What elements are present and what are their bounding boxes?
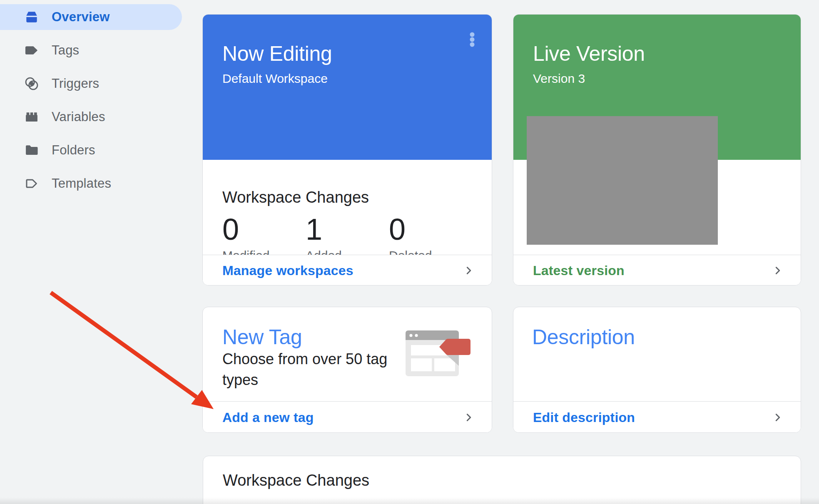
description-title: Description	[532, 324, 635, 350]
now-editing-title: Now Editing	[222, 41, 472, 66]
sidebar: Overview Tags Triggers	[0, 0, 200, 504]
manage-workspaces-row[interactable]: Manage workspaces	[203, 255, 492, 286]
tag-icon	[24, 42, 40, 58]
latest-version-link[interactable]: Latest version	[533, 263, 625, 278]
sidebar-item-folders[interactable]: Folders	[0, 137, 192, 163]
template-icon	[24, 176, 40, 191]
chevron-right-icon	[463, 411, 475, 424]
tag-browser-illustration	[403, 328, 478, 382]
workspace-changes-card-title: Workspace Changes	[223, 471, 369, 489]
live-version-subtitle: Version 3	[533, 70, 781, 88]
manage-workspaces-link[interactable]: Manage workspaces	[222, 263, 353, 278]
workspace-changes-section: Workspace Changes 0 Modified 1 Added 0 D…	[222, 174, 472, 263]
live-version-title: Live Version	[533, 41, 781, 66]
latest-version-row[interactable]: Latest version	[513, 255, 801, 286]
sidebar-item-templates[interactable]: Templates	[0, 171, 192, 196]
now-editing-header: Now Editing Default Workspace	[203, 15, 492, 160]
sidebar-item-triggers[interactable]: Triggers	[0, 71, 192, 97]
overview-icon	[24, 9, 40, 25]
edit-description-row[interactable]: Edit description	[513, 401, 801, 433]
now-editing-subtitle: Default Workspace	[222, 70, 472, 88]
sidebar-item-label: Folders	[52, 143, 95, 158]
sidebar-item-tags[interactable]: Tags	[0, 37, 192, 63]
chevron-right-icon	[772, 411, 784, 424]
live-version-card: Live Version Version 3 Latest version	[513, 14, 801, 286]
triggers-icon	[24, 76, 40, 92]
description-card: Description Edit description	[513, 307, 801, 433]
folder-icon	[24, 142, 40, 158]
edit-description-link[interactable]: Edit description	[533, 410, 635, 425]
workspace-changes-heading: Workspace Changes	[222, 188, 472, 206]
sidebar-item-variables[interactable]: Variables	[0, 104, 192, 130]
sidebar-item-label: Overview	[52, 10, 110, 25]
stat-added-value: 1	[306, 213, 389, 246]
now-editing-card: Now Editing Default Workspace Workspace …	[202, 14, 492, 286]
stat-deleted-value: 0	[389, 213, 472, 246]
add-new-tag-row[interactable]: Add a new tag	[203, 401, 492, 433]
new-tag-description: Choose from over 50 tag types	[222, 349, 401, 390]
variables-icon	[24, 109, 40, 125]
chevron-right-icon	[772, 264, 784, 277]
new-tag-card: New Tag Choose from over 50 tag types Ad…	[202, 307, 492, 433]
redacted-content-block	[527, 116, 718, 245]
new-tag-title: New Tag	[222, 324, 302, 350]
sidebar-item-label: Templates	[52, 176, 111, 191]
sidebar-item-label: Variables	[52, 109, 105, 124]
stat-modified-value: 0	[222, 213, 306, 246]
sidebar-item-label: Tags	[52, 43, 79, 58]
add-new-tag-link[interactable]: Add a new tag	[222, 410, 314, 425]
chevron-right-icon	[463, 264, 475, 277]
workspace-changes-card: Workspace Changes	[203, 456, 801, 504]
sidebar-item-label: Triggers	[52, 76, 99, 91]
more-options-icon[interactable]	[470, 32, 475, 48]
sidebar-item-overview[interactable]: Overview	[0, 4, 192, 30]
